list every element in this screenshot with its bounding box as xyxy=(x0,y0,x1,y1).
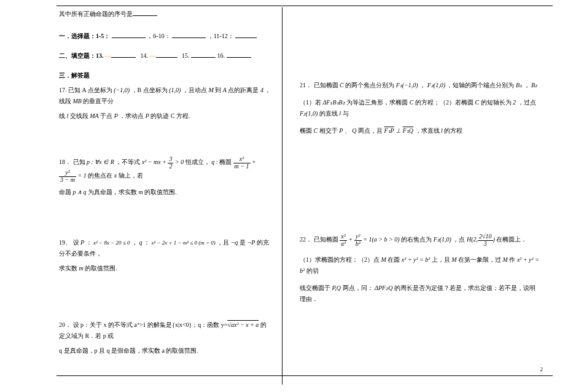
orange-dot-icon: — xyxy=(105,50,111,61)
t: ，过点 xyxy=(518,99,536,106)
q17-line2: 线 l 交线段 MA 于点 P ．求动点 P 的轨迹 C 方程. xyxy=(59,111,271,122)
t: ，B 点坐标为 xyxy=(131,87,168,93)
q20-line2: q 是真命题，p 且 q 是假命题，求实数 a 的取值范围. xyxy=(59,345,271,356)
v: C xyxy=(314,127,318,134)
q21-num: 21． xyxy=(300,82,312,88)
t: ， xyxy=(419,82,426,88)
top-note-text: 其中所有正确命题的序号是 xyxy=(59,10,133,17)
exam-page: 其中所有正确命题的序号是 一．选择题：1-5： ，6-10： ，11-12： 二… xyxy=(0,0,565,392)
t: 为真命题，求实数 xyxy=(88,189,137,195)
sqrt-inner: ax² − x + a xyxy=(231,321,259,328)
q22-line3: 线交椭圆于 P,Q 两点，问： ΔPF₂Q 的周长是否为定值？若是，求出定值；若… xyxy=(300,283,540,305)
blank xyxy=(235,31,257,38)
t: 作 xyxy=(509,256,515,263)
q19-line2: 求实数 m 的取值范围. xyxy=(59,263,271,274)
columns: 其中所有正确命题的序号是 一．选择题：1-5： ，6-10： ，11-12： 二… xyxy=(0,0,565,392)
den: b² xyxy=(354,241,362,248)
right-column: 21． 已知椭圆 C 的两个焦点分别为 F₁(−1,0) ， F₂(1,0) ，… xyxy=(282,0,565,392)
t: 设 p：关于 x 的不等式 aˣ>1 的解集是{x|x<0}；q：函数 y= xyxy=(73,321,228,328)
v: ⊥ xyxy=(395,127,401,134)
q22-line1: 22． 已知椭圆 x²a² + y²b² = 1(a > b > 0) 的右焦点… xyxy=(300,233,540,247)
t: 的垂直平分 xyxy=(83,98,114,104)
num: x² xyxy=(233,156,251,163)
section-two: 二、填空题：13. — 14. — 15. 16. xyxy=(59,50,271,61)
top-note-line: 其中所有正确命题的序号是 xyxy=(59,9,271,20)
rule-bottom xyxy=(56,375,553,376)
t: （1）若 xyxy=(300,99,321,106)
t: 的方程；（2）若椭圆 xyxy=(415,99,473,106)
v: x² − 2x + 1 − m² ≤ 0 (m > 0) xyxy=(151,240,215,246)
v: 4 xyxy=(260,87,263,93)
v: p : ∀x ∈ R xyxy=(87,159,114,165)
t: 的方程 xyxy=(444,127,462,134)
v: = 1(a > b > 0) xyxy=(363,236,399,243)
q18-line1: 18． 已知 p : ∀x ∈ R ，不等式 x² − mx + 32 > 0 … xyxy=(59,156,271,183)
v: F₂(1,0) xyxy=(434,236,451,243)
text: ，6-10： xyxy=(147,33,170,39)
v: ΔPF₂Q xyxy=(375,284,392,291)
vector: F₁P xyxy=(384,127,394,134)
t: 的两个焦点分别为 xyxy=(345,82,394,88)
v: 2 xyxy=(513,99,516,106)
blank xyxy=(112,31,146,38)
vector: F₁Q xyxy=(403,127,413,134)
v: ) xyxy=(493,236,495,243)
v: Q xyxy=(352,127,356,134)
v: C xyxy=(410,99,414,106)
t: 相交于 xyxy=(319,127,338,134)
den: 3 xyxy=(478,241,493,248)
num: y² xyxy=(354,233,362,241)
t: 的短轴长为 xyxy=(481,99,512,106)
sqrt: √ax² − x + a xyxy=(227,320,259,328)
blank xyxy=(172,31,206,38)
v: C xyxy=(340,82,344,88)
t: 点的距离是 xyxy=(228,87,259,93)
fraction: 32 xyxy=(168,156,173,170)
v: F₂(1,0) xyxy=(427,82,445,88)
q18-num: 18． xyxy=(59,159,71,165)
t: q 是真命题，p 且 q 是假命题，求实数 a 的取值范围. xyxy=(59,347,198,354)
v: + xyxy=(252,159,256,165)
v: H(2, xyxy=(467,236,478,243)
v: ¬q xyxy=(231,239,238,246)
blank xyxy=(156,50,177,58)
fraction: x²m − 1 xyxy=(233,156,251,170)
v: MA xyxy=(90,112,98,119)
orange-dot-icon: . xyxy=(462,128,464,134)
t: ， xyxy=(524,82,530,88)
v: l xyxy=(339,110,341,117)
t: 是 xyxy=(240,239,246,246)
q22-line2: （1）求椭圆的方程；（2）点 M 在圆 x² + y² = b² 上，且 M 在… xyxy=(300,254,540,276)
t: 在第一象限，过 xyxy=(458,256,501,263)
t: ，求直线 xyxy=(415,127,440,134)
v: x² + y² = b² xyxy=(402,256,430,263)
t: 已知 A 点坐标为 xyxy=(68,87,112,93)
t: : 椭圆 xyxy=(216,159,232,165)
label-14: 14. xyxy=(141,52,149,59)
q19-line1: 19、 设 P ： x² − 8x − 20 ≤ 0 ， q ： x² − 2x… xyxy=(59,237,271,259)
v: ¬P xyxy=(247,239,255,246)
v: MB xyxy=(73,98,82,104)
t: ，短轴的两个端点分别为 xyxy=(446,82,514,88)
den: 2 xyxy=(168,163,173,170)
t: ： xyxy=(86,239,92,246)
t: 的切 xyxy=(306,267,319,274)
t: 设 xyxy=(73,239,79,246)
v: ΔF₁B₁B₂ xyxy=(323,99,345,106)
pt: (−1,0) xyxy=(114,87,130,93)
fraction: y²b² xyxy=(354,233,362,247)
q20-num: 20． xyxy=(59,321,71,328)
v: F₂(1,0) xyxy=(300,110,318,117)
orange-dot-icon: — xyxy=(150,50,156,61)
v: B₁ xyxy=(516,82,522,88)
v: > 0 xyxy=(175,159,184,165)
den: 3 − m xyxy=(59,177,76,184)
fraction: y²3 − m xyxy=(59,170,76,183)
t: 的焦点在 xyxy=(88,172,112,179)
t: 的直线 xyxy=(319,110,338,117)
v: M xyxy=(451,256,456,263)
fraction: 2√103 xyxy=(478,233,493,247)
t: 的取值范围. xyxy=(144,189,177,195)
section-two-label: 二、填空题：13. xyxy=(59,52,104,59)
v: x² − mx + xyxy=(142,159,166,165)
